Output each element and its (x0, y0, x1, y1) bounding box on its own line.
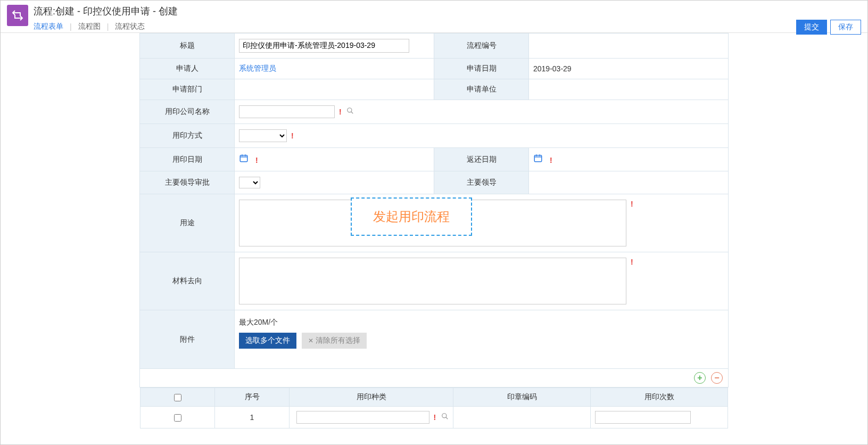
required-mark: ! (550, 156, 552, 164)
material-dest-textarea[interactable] (239, 258, 626, 304)
app-icon (7, 5, 28, 26)
tabs: 流程表单 | 流程图 | 流程状态 (34, 22, 861, 31)
value-material-dest: ! (235, 252, 729, 310)
remove-row-button[interactable]: − (711, 372, 723, 384)
value-apply-unit (529, 79, 729, 100)
count-input[interactable] (595, 411, 691, 424)
calendar-icon[interactable] (239, 154, 251, 165)
search-icon[interactable] (441, 413, 449, 422)
sub-header-count: 用印次数 (591, 388, 728, 407)
sub-header-check (140, 388, 215, 407)
required-mark: ! (339, 108, 342, 116)
sub-header-seq: 序号 (215, 388, 290, 407)
page-title: 流程:创建 - 印控仪使用申请 - 创建 (34, 5, 861, 18)
clear-selected-button[interactable]: 清除所有选择 (302, 333, 367, 349)
value-title (235, 34, 434, 59)
label-leader: 主要领导 (434, 171, 529, 194)
label-return-date: 返还日期 (434, 148, 529, 171)
required-mark: ! (631, 200, 633, 208)
label-apply-dept: 申请部门 (140, 79, 235, 100)
title-input[interactable] (239, 39, 409, 53)
label-attachment: 附件 (140, 310, 235, 369)
label-use-date: 用印日期 (140, 148, 235, 171)
value-process-no (529, 34, 729, 59)
label-apply-unit: 申请单位 (434, 79, 529, 100)
value-leader (529, 171, 729, 194)
svg-rect-2 (240, 155, 247, 162)
attachment-hint: 最大20M/个 (239, 318, 724, 327)
select-files-button[interactable]: 选取多个文件 (239, 333, 296, 349)
seal-method-select[interactable] (239, 129, 287, 142)
table-row: 1 ! (140, 407, 728, 428)
svg-line-1 (351, 111, 353, 113)
value-attachment: 最大20M/个 选取多个文件 清除所有选择 (235, 310, 729, 369)
tab-form[interactable]: 流程表单 (34, 22, 63, 31)
save-button[interactable]: 保存 (830, 20, 861, 35)
value-leader-approve (235, 171, 434, 194)
add-row-button[interactable]: + (694, 372, 706, 384)
tab-diagram[interactable]: 流程图 (78, 22, 101, 31)
svg-rect-6 (534, 155, 542, 162)
purpose-textarea[interactable] (239, 200, 626, 246)
select-all-checkbox[interactable] (174, 394, 181, 401)
required-mark: ! (433, 413, 436, 422)
label-apply-date: 申请日期 (434, 59, 529, 79)
row-checkbox[interactable] (174, 414, 181, 422)
svg-line-11 (446, 417, 448, 419)
label-leader-approve: 主要领导审批 (140, 171, 235, 194)
value-apply-dept (235, 79, 434, 100)
seal-type-input[interactable] (296, 411, 429, 424)
label-purpose: 用途 (140, 194, 235, 252)
search-icon[interactable] (346, 108, 354, 116)
row-actions: + − (140, 369, 728, 387)
value-return-date: ! (529, 148, 729, 171)
label-title: 标题 (140, 34, 235, 59)
row-seq: 1 (215, 407, 290, 428)
value-applicant: 系统管理员 (235, 59, 434, 79)
value-purpose: ! 发起用印流程 (235, 194, 729, 252)
required-mark: ! (631, 258, 633, 266)
sub-table: 序号 用印种类 印章编码 用印次数 1 ! (140, 388, 728, 428)
tab-status[interactable]: 流程状态 (115, 22, 145, 31)
value-use-date: ! (235, 148, 434, 171)
required-mark: ! (291, 131, 294, 140)
label-company: 用印公司名称 (140, 100, 235, 124)
label-material-dest: 材料去向 (140, 252, 235, 310)
calendar-icon[interactable] (533, 154, 545, 165)
required-mark: ! (255, 156, 258, 164)
svg-point-0 (348, 108, 352, 112)
svg-point-10 (442, 413, 447, 417)
sub-header-seal-code: 印章编码 (453, 388, 591, 407)
label-method: 用印方式 (140, 124, 235, 148)
page-header: 流程:创建 - 印控仪使用申请 - 创建 流程表单 | 流程图 | 流程状态 提… (1, 1, 867, 31)
value-company: ! (235, 100, 729, 124)
form-area: 标题 流程编号 申请人 系统管理员 申请日期 2019-03-29 申请部门 申… (1, 32, 867, 428)
leader-approve-select[interactable] (239, 177, 260, 188)
company-input[interactable] (239, 105, 335, 118)
applicant-link[interactable]: 系统管理员 (239, 64, 276, 72)
label-applicant: 申请人 (140, 59, 235, 79)
value-method: ! (235, 124, 729, 148)
submit-button[interactable]: 提交 (796, 20, 827, 35)
sub-header-seal-type: 用印种类 (290, 388, 453, 407)
label-process-no: 流程编号 (434, 34, 529, 59)
value-apply-date: 2019-03-29 (529, 59, 729, 79)
